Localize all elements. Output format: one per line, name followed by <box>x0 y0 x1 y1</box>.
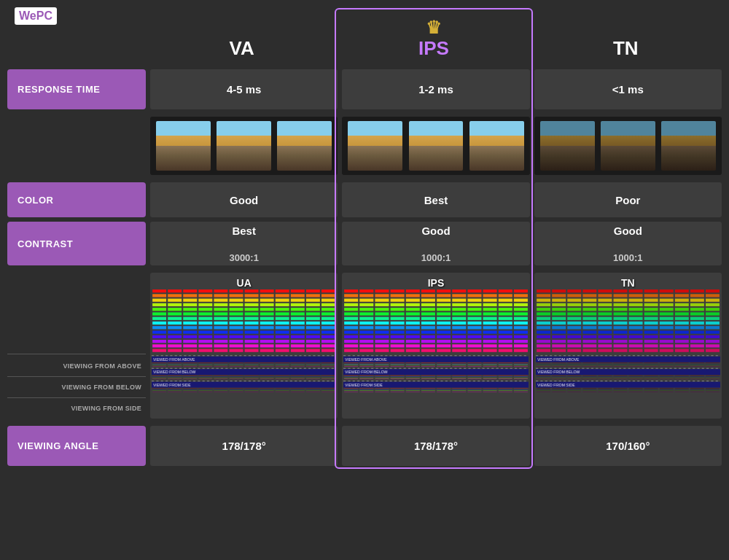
logo-we: We <box>19 9 36 22</box>
color-label: COLOR <box>7 182 146 217</box>
va-monitor-1 <box>156 121 211 171</box>
viewing-below-label: VIEWING FROM BELOW <box>7 377 146 397</box>
monitor-images-row <box>7 117 722 175</box>
ips-chart-title: IPS <box>428 277 445 289</box>
col-header-tn: TN <box>530 34 722 63</box>
logo-pc: PC <box>36 9 52 22</box>
response-time-label: RESPONSE TIME <box>7 69 146 109</box>
tn-monitors <box>534 117 722 175</box>
img-empty <box>7 117 146 175</box>
viewing-labels-col: VIEWING FROM ABOVE VIEWING FROM BELOW VI… <box>7 273 146 419</box>
viewing-above-label: VIEWING FROM ABOVE <box>7 356 146 376</box>
tn-monitor-2 <box>601 121 655 171</box>
viewing-angle-ips: 178/178° <box>342 426 529 466</box>
response-time-va: 4-5 ms <box>150 69 338 109</box>
va-monitors <box>150 117 338 175</box>
contrast-ips: Good 1000:1 <box>342 222 529 265</box>
response-time-row: RESPONSE TIME 4-5 ms 1-2 ms <1 ms <box>7 69 722 109</box>
ips-monitor-2 <box>409 121 464 171</box>
viewing-angle-tn: 170/160° <box>534 426 722 466</box>
col-header-va: VA <box>146 34 338 63</box>
table-body: RESPONSE TIME 4-5 ms 1-2 ms <1 ms <box>7 69 722 466</box>
viewing-charts-section: VIEWING FROM ABOVE VIEWING FROM BELOW VI… <box>7 273 722 419</box>
va-monitor-2 <box>217 121 271 171</box>
tn-monitor-3 <box>661 121 716 171</box>
viewing-angle-label: VIEWING ANGLE <box>7 426 146 466</box>
color-ips: Best <box>342 182 529 217</box>
tn-monitor-1 <box>540 121 595 171</box>
color-va: Good <box>150 182 338 217</box>
col-header-ips: ♛ IPS <box>338 34 529 63</box>
header: WePC <box>7 7 722 25</box>
viewing-side-label: VIEWING FROM SIDE <box>7 398 146 419</box>
tn-chart-title: TN <box>621 277 635 289</box>
color-row: COLOR Good Best Poor <box>7 182 722 217</box>
column-headers: VA ♛ IPS TN <box>7 34 722 63</box>
response-time-tn: <1 ms <box>534 69 722 109</box>
col-empty <box>7 34 146 63</box>
va-color-chart: UA <box>150 273 338 419</box>
va-chart-title: UA <box>237 277 252 289</box>
contrast-row: CONTRAST Best 3000:1 Good 1000:1 Good 10… <box>7 222 722 265</box>
ips-monitor-1 <box>348 121 402 171</box>
viewing-angle-va: 178/178° <box>150 426 338 466</box>
ips-color-chart: IPS <box>342 273 529 419</box>
viewing-angle-row: VIEWING ANGLE 178/178° 178/178° 170/160° <box>7 426 722 466</box>
contrast-va: Best 3000:1 <box>150 222 338 265</box>
logo: WePC <box>15 7 57 25</box>
ips-monitors <box>342 117 529 175</box>
main-container: WePC VA ♛ IPS TN RESPONSE TIME 4-5 ms 1-… <box>0 0 729 560</box>
response-time-ips: 1-2 ms <box>342 69 529 109</box>
contrast-tn: Good 1000:1 <box>534 222 722 265</box>
contrast-label: CONTRAST <box>7 222 146 265</box>
ips-monitor-3 <box>469 121 524 171</box>
va-monitor-3 <box>277 121 332 171</box>
color-tn: Poor <box>534 182 722 217</box>
tn-color-chart: TN <box>534 273 722 419</box>
crown-icon: ♛ <box>426 18 442 38</box>
